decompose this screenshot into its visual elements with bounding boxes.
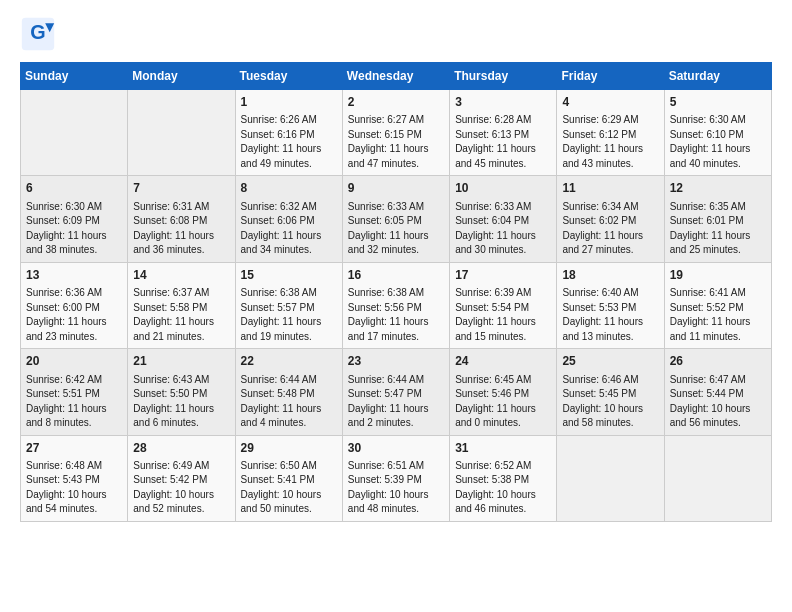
calendar-cell: 7Sunrise: 6:31 AM Sunset: 6:08 PM Daylig… [128, 176, 235, 262]
cell-info: Sunrise: 6:35 AM Sunset: 6:01 PM Dayligh… [670, 200, 766, 258]
weekday-monday: Monday [128, 63, 235, 90]
cell-info: Sunrise: 6:33 AM Sunset: 6:05 PM Dayligh… [348, 200, 444, 258]
day-number: 31 [455, 440, 551, 457]
cell-info: Sunrise: 6:39 AM Sunset: 5:54 PM Dayligh… [455, 286, 551, 344]
day-number: 18 [562, 267, 658, 284]
svg-text:G: G [30, 21, 45, 43]
calendar-cell: 17Sunrise: 6:39 AM Sunset: 5:54 PM Dayli… [450, 262, 557, 348]
calendar-cell: 9Sunrise: 6:33 AM Sunset: 6:05 PM Daylig… [342, 176, 449, 262]
cell-info: Sunrise: 6:44 AM Sunset: 5:47 PM Dayligh… [348, 373, 444, 431]
day-number: 13 [26, 267, 122, 284]
calendar-cell: 8Sunrise: 6:32 AM Sunset: 6:06 PM Daylig… [235, 176, 342, 262]
cell-info: Sunrise: 6:46 AM Sunset: 5:45 PM Dayligh… [562, 373, 658, 431]
calendar-cell: 2Sunrise: 6:27 AM Sunset: 6:15 PM Daylig… [342, 90, 449, 176]
logo: G [20, 16, 60, 52]
day-number: 17 [455, 267, 551, 284]
calendar-cell: 29Sunrise: 6:50 AM Sunset: 5:41 PM Dayli… [235, 435, 342, 521]
calendar-table: SundayMondayTuesdayWednesdayThursdayFrid… [20, 62, 772, 522]
cell-info: Sunrise: 6:31 AM Sunset: 6:08 PM Dayligh… [133, 200, 229, 258]
calendar-cell: 11Sunrise: 6:34 AM Sunset: 6:02 PM Dayli… [557, 176, 664, 262]
calendar-cell: 23Sunrise: 6:44 AM Sunset: 5:47 PM Dayli… [342, 349, 449, 435]
calendar-cell: 24Sunrise: 6:45 AM Sunset: 5:46 PM Dayli… [450, 349, 557, 435]
day-number: 6 [26, 180, 122, 197]
calendar-cell: 31Sunrise: 6:52 AM Sunset: 5:38 PM Dayli… [450, 435, 557, 521]
day-number: 23 [348, 353, 444, 370]
cell-info: Sunrise: 6:27 AM Sunset: 6:15 PM Dayligh… [348, 113, 444, 171]
weekday-header-row: SundayMondayTuesdayWednesdayThursdayFrid… [21, 63, 772, 90]
calendar-cell: 6Sunrise: 6:30 AM Sunset: 6:09 PM Daylig… [21, 176, 128, 262]
cell-info: Sunrise: 6:45 AM Sunset: 5:46 PM Dayligh… [455, 373, 551, 431]
cell-info: Sunrise: 6:44 AM Sunset: 5:48 PM Dayligh… [241, 373, 337, 431]
day-number: 2 [348, 94, 444, 111]
calendar-cell: 3Sunrise: 6:28 AM Sunset: 6:13 PM Daylig… [450, 90, 557, 176]
calendar-cell: 13Sunrise: 6:36 AM Sunset: 6:00 PM Dayli… [21, 262, 128, 348]
cell-info: Sunrise: 6:38 AM Sunset: 5:56 PM Dayligh… [348, 286, 444, 344]
day-number: 20 [26, 353, 122, 370]
calendar-cell [664, 435, 771, 521]
calendar-cell: 15Sunrise: 6:38 AM Sunset: 5:57 PM Dayli… [235, 262, 342, 348]
day-number: 16 [348, 267, 444, 284]
calendar-cell: 21Sunrise: 6:43 AM Sunset: 5:50 PM Dayli… [128, 349, 235, 435]
calendar-cell: 18Sunrise: 6:40 AM Sunset: 5:53 PM Dayli… [557, 262, 664, 348]
day-number: 8 [241, 180, 337, 197]
calendar-cell [128, 90, 235, 176]
cell-info: Sunrise: 6:33 AM Sunset: 6:04 PM Dayligh… [455, 200, 551, 258]
page-header: G [20, 16, 772, 52]
day-number: 10 [455, 180, 551, 197]
calendar-cell: 10Sunrise: 6:33 AM Sunset: 6:04 PM Dayli… [450, 176, 557, 262]
calendar-cell: 4Sunrise: 6:29 AM Sunset: 6:12 PM Daylig… [557, 90, 664, 176]
day-number: 1 [241, 94, 337, 111]
day-number: 28 [133, 440, 229, 457]
calendar-cell: 14Sunrise: 6:37 AM Sunset: 5:58 PM Dayli… [128, 262, 235, 348]
day-number: 25 [562, 353, 658, 370]
calendar-cell: 20Sunrise: 6:42 AM Sunset: 5:51 PM Dayli… [21, 349, 128, 435]
cell-info: Sunrise: 6:30 AM Sunset: 6:10 PM Dayligh… [670, 113, 766, 171]
cell-info: Sunrise: 6:42 AM Sunset: 5:51 PM Dayligh… [26, 373, 122, 431]
day-number: 9 [348, 180, 444, 197]
day-number: 29 [241, 440, 337, 457]
cell-info: Sunrise: 6:37 AM Sunset: 5:58 PM Dayligh… [133, 286, 229, 344]
day-number: 19 [670, 267, 766, 284]
day-number: 22 [241, 353, 337, 370]
day-number: 11 [562, 180, 658, 197]
calendar-cell: 25Sunrise: 6:46 AM Sunset: 5:45 PM Dayli… [557, 349, 664, 435]
day-number: 7 [133, 180, 229, 197]
week-row-3: 13Sunrise: 6:36 AM Sunset: 6:00 PM Dayli… [21, 262, 772, 348]
calendar-cell: 12Sunrise: 6:35 AM Sunset: 6:01 PM Dayli… [664, 176, 771, 262]
week-row-5: 27Sunrise: 6:48 AM Sunset: 5:43 PM Dayli… [21, 435, 772, 521]
day-number: 27 [26, 440, 122, 457]
day-number: 24 [455, 353, 551, 370]
day-number: 26 [670, 353, 766, 370]
cell-info: Sunrise: 6:36 AM Sunset: 6:00 PM Dayligh… [26, 286, 122, 344]
cell-info: Sunrise: 6:38 AM Sunset: 5:57 PM Dayligh… [241, 286, 337, 344]
weekday-thursday: Thursday [450, 63, 557, 90]
cell-info: Sunrise: 6:51 AM Sunset: 5:39 PM Dayligh… [348, 459, 444, 517]
calendar-cell: 16Sunrise: 6:38 AM Sunset: 5:56 PM Dayli… [342, 262, 449, 348]
calendar-cell: 28Sunrise: 6:49 AM Sunset: 5:42 PM Dayli… [128, 435, 235, 521]
cell-info: Sunrise: 6:29 AM Sunset: 6:12 PM Dayligh… [562, 113, 658, 171]
day-number: 4 [562, 94, 658, 111]
calendar-cell [21, 90, 128, 176]
calendar-cell: 19Sunrise: 6:41 AM Sunset: 5:52 PM Dayli… [664, 262, 771, 348]
calendar-cell: 26Sunrise: 6:47 AM Sunset: 5:44 PM Dayli… [664, 349, 771, 435]
day-number: 30 [348, 440, 444, 457]
cell-info: Sunrise: 6:52 AM Sunset: 5:38 PM Dayligh… [455, 459, 551, 517]
cell-info: Sunrise: 6:34 AM Sunset: 6:02 PM Dayligh… [562, 200, 658, 258]
weekday-saturday: Saturday [664, 63, 771, 90]
week-row-1: 1Sunrise: 6:26 AM Sunset: 6:16 PM Daylig… [21, 90, 772, 176]
calendar-cell: 30Sunrise: 6:51 AM Sunset: 5:39 PM Dayli… [342, 435, 449, 521]
cell-info: Sunrise: 6:30 AM Sunset: 6:09 PM Dayligh… [26, 200, 122, 258]
day-number: 21 [133, 353, 229, 370]
week-row-4: 20Sunrise: 6:42 AM Sunset: 5:51 PM Dayli… [21, 349, 772, 435]
calendar-cell: 5Sunrise: 6:30 AM Sunset: 6:10 PM Daylig… [664, 90, 771, 176]
cell-info: Sunrise: 6:41 AM Sunset: 5:52 PM Dayligh… [670, 286, 766, 344]
weekday-friday: Friday [557, 63, 664, 90]
calendar-cell: 1Sunrise: 6:26 AM Sunset: 6:16 PM Daylig… [235, 90, 342, 176]
cell-info: Sunrise: 6:43 AM Sunset: 5:50 PM Dayligh… [133, 373, 229, 431]
week-row-2: 6Sunrise: 6:30 AM Sunset: 6:09 PM Daylig… [21, 176, 772, 262]
calendar-cell: 27Sunrise: 6:48 AM Sunset: 5:43 PM Dayli… [21, 435, 128, 521]
cell-info: Sunrise: 6:48 AM Sunset: 5:43 PM Dayligh… [26, 459, 122, 517]
weekday-wednesday: Wednesday [342, 63, 449, 90]
weekday-tuesday: Tuesday [235, 63, 342, 90]
cell-info: Sunrise: 6:32 AM Sunset: 6:06 PM Dayligh… [241, 200, 337, 258]
